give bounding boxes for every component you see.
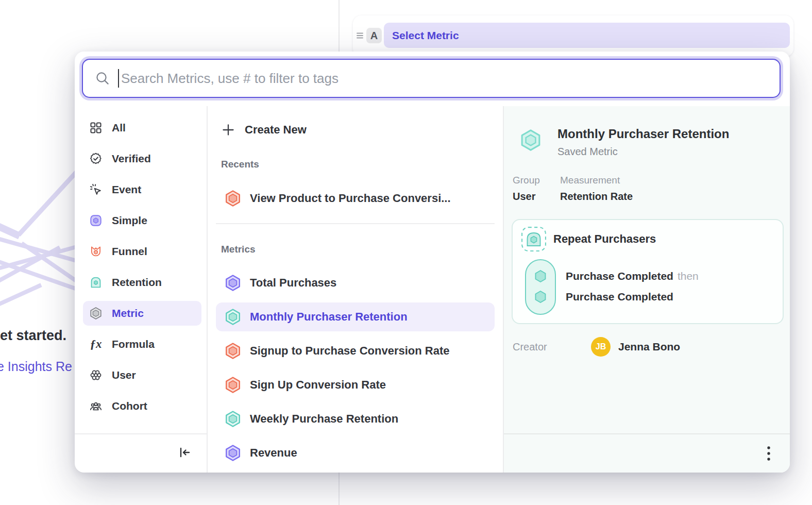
collapse-left-icon[interactable] — [177, 445, 192, 462]
metric-definition-card: Repeat Purchasers Purchase Completedthen… — [512, 219, 784, 324]
sidebar-item-label: Retention — [112, 276, 162, 289]
grid-icon — [89, 121, 103, 134]
list-divider — [216, 223, 495, 224]
metric-item-label: Weekly Purchase Retention — [250, 412, 398, 426]
metric-list: Create New Recents View Product to Purch… — [207, 106, 504, 473]
cohort-people-icon — [89, 399, 103, 413]
metric-item-label: Monthly Purchaser Retention — [250, 310, 408, 324]
sidebar-item-label: Verified — [112, 153, 151, 165]
create-new-label: Create New — [245, 123, 307, 137]
sidebar-item-cohort[interactable]: Cohort — [83, 394, 201, 418]
cursor-click-icon — [89, 183, 103, 196]
section-label-recents: Recents — [221, 158, 495, 171]
behavior-title: Repeat Purchasers — [553, 232, 656, 246]
metric-hexagon-icon — [89, 307, 103, 320]
plus-icon — [221, 123, 235, 137]
detail-field-group: GroupUser — [513, 175, 548, 203]
field-value: User — [513, 191, 548, 203]
background-partial-heading: et started. — [0, 328, 66, 344]
metric-row-card: A Select Metric — [353, 15, 793, 57]
metric-picker-modal: AllVerifiedEventSimpleFunnelRetention Me… — [75, 52, 790, 473]
select-metric-label: Select Metric — [392, 29, 459, 42]
metric-item-label: Sign Up Conversion Rate — [250, 378, 386, 392]
sidebar-item-label: All — [112, 122, 126, 134]
sidebar-item-label: User — [112, 369, 136, 381]
detail-field-measurement: MeasurementRetention Rate — [560, 175, 633, 203]
sidebar-item-simple[interactable]: Simple — [83, 208, 201, 233]
metric-hexagon-icon — [224, 444, 242, 462]
metric-item-label: Total Purchases — [250, 276, 336, 290]
metric-item-label: Signup to Purchase Conversion Rate — [250, 344, 450, 358]
select-metric-button[interactable]: Select Metric — [384, 23, 790, 48]
metric-hexagon-icon — [224, 190, 242, 207]
user-cluster-icon — [89, 368, 103, 382]
creator-label: Creator — [513, 341, 591, 353]
detail-subtitle: Saved Metric — [557, 146, 618, 158]
series-letter-badge[interactable]: A — [366, 28, 382, 43]
sidebar-item-funnel[interactable]: Funnel — [83, 239, 201, 264]
saved-metric-hexagon-icon — [519, 128, 543, 152]
sidebar-item-label: Metric — [112, 307, 144, 319]
drag-handle-icon[interactable] — [355, 31, 365, 40]
retention-behavior-icon — [521, 226, 547, 252]
background-partial-link[interactable]: e Insights Re — [0, 359, 72, 374]
event-sequence-pill — [525, 259, 556, 315]
sidebar-item-formula[interactable]: ƒxFormula — [83, 332, 201, 357]
metric-hexagon-icon — [224, 342, 242, 360]
metric-list-item[interactable]: View Product to Purchase Conversi... — [216, 184, 495, 213]
metric-list-item[interactable]: Weekly Purchase Retention — [216, 405, 495, 433]
event-hexagon-icon — [533, 268, 548, 286]
sequence-connector: then — [678, 270, 699, 282]
sidebar-item-event[interactable]: Event — [83, 177, 201, 202]
metric-item-label: Revenue — [250, 446, 297, 460]
sidebar-item-label: Cohort — [112, 400, 147, 412]
funnel-shape-icon — [89, 245, 103, 258]
sidebar-item-label: Event — [112, 183, 141, 196]
metric-hexagon-icon — [224, 376, 242, 394]
field-value: Retention Rate — [560, 191, 633, 203]
metric-list-item[interactable]: Sign Up Conversion Rate — [216, 371, 495, 399]
sidebar-item-metric[interactable]: Metric — [83, 301, 201, 326]
field-label: Group — [513, 175, 548, 186]
metric-list-item[interactable]: Monthly Purchaser Retention — [216, 302, 495, 331]
metric-list-item[interactable]: Signup to Purchase Conversion Rate — [216, 336, 495, 365]
metric-hexagon-icon — [224, 308, 242, 326]
creator-name: Jenna Bono — [618, 341, 680, 353]
category-sidebar: AllVerifiedEventSimpleFunnelRetention Me… — [75, 106, 207, 473]
text-caret — [118, 69, 119, 88]
search-bar[interactable] — [82, 59, 781, 98]
metric-list-item[interactable]: Revenue — [216, 439, 495, 467]
metric-list-item[interactable]: Total Purchases — [216, 268, 495, 297]
metric-hexagon-icon — [224, 274, 242, 292]
search-icon — [94, 70, 111, 87]
formula-fx-icon: ƒx — [89, 338, 103, 351]
event-hexagon-icon — [533, 289, 548, 307]
sidebar-footer — [75, 433, 207, 473]
sidebar-item-label: Funnel — [112, 245, 147, 258]
creator-row: Creator JB Jenna Bono — [513, 336, 680, 357]
detail-footer — [504, 433, 790, 473]
step-2-event: Purchase Completed — [566, 291, 673, 303]
section-label-metrics: Metrics — [221, 243, 495, 256]
sidebar-item-all[interactable]: All — [83, 115, 201, 140]
retention-arch-icon — [89, 276, 103, 289]
sidebar-item-label: Formula — [112, 338, 155, 350]
sidebar-item-retention[interactable]: Retention — [83, 270, 201, 295]
detail-title: Monthly Purchaser Retention — [557, 127, 729, 141]
step-1-event: Purchase Completedthen — [566, 270, 699, 282]
creator-avatar[interactable]: JB — [591, 337, 611, 357]
kebab-menu-icon[interactable] — [766, 445, 771, 462]
simple-shape-icon — [89, 214, 103, 227]
sidebar-item-label: Simple — [112, 214, 147, 227]
verified-badge-icon — [89, 152, 103, 165]
create-new-button[interactable]: Create New — [216, 120, 495, 140]
sidebar-item-user[interactable]: User — [83, 363, 201, 388]
metric-item-label: View Product to Purchase Conversi... — [250, 192, 451, 205]
metric-hexagon-icon — [224, 410, 242, 428]
sidebar-item-verified[interactable]: Verified — [83, 146, 201, 171]
field-label: Measurement — [560, 175, 633, 186]
search-metrics-input[interactable] — [120, 70, 768, 87]
metric-detail-panel: Monthly Purchaser Retention Saved Metric… — [504, 106, 790, 473]
